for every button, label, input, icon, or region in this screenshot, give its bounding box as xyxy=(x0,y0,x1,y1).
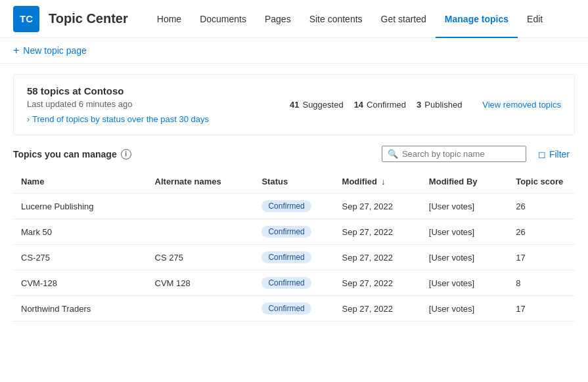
table-row[interactable]: Lucerne Publishing Confirmed Sep 27, 202… xyxy=(13,194,575,219)
table-row[interactable]: CVM-128 CVM 128 Confirmed Sep 27, 2022 [… xyxy=(13,270,575,296)
table-header: Name Alternate names Status Modified ↓ M… xyxy=(13,170,575,194)
count-label: Confirmed xyxy=(367,100,406,110)
search-icon: 🔍 xyxy=(388,149,398,159)
site-logo: TC xyxy=(13,6,39,32)
plus-icon: + xyxy=(13,45,19,56)
cell-score: 26 xyxy=(508,194,575,219)
header: TC Topic Center HomeDocumentsPagesSite c… xyxy=(0,0,588,38)
filter-button[interactable]: ◻ Filter xyxy=(533,146,575,162)
cell-modifiedby: [User votes] xyxy=(421,194,508,219)
main-nav: HomeDocumentsPagesSite contentsGet start… xyxy=(148,0,575,38)
cell-modified: Sep 27, 2022 xyxy=(334,219,421,245)
topics-controls: 🔍 ◻ Filter xyxy=(382,146,575,162)
table-header-row: Name Alternate names Status Modified ↓ M… xyxy=(13,170,575,194)
table-row[interactable]: CS-275 CS 275 Confirmed Sep 27, 2022 [Us… xyxy=(13,245,575,270)
cell-status: Confirmed xyxy=(254,194,334,219)
table-row[interactable]: Mark 50 Confirmed Sep 27, 2022 [User vot… xyxy=(13,219,575,245)
topics-table-body: Lucerne Publishing Confirmed Sep 27, 202… xyxy=(13,194,575,322)
col-header-score: Topic score xyxy=(508,170,575,194)
cell-alternate: CS 275 xyxy=(147,245,254,270)
new-topic-label: New topic page xyxy=(23,45,87,56)
table-row[interactable]: Northwind Traders Confirmed Sep 27, 2022… xyxy=(13,296,575,322)
status-badge: Confirmed xyxy=(261,226,311,238)
count-number: 41 xyxy=(290,100,299,110)
cell-modifiedby: [User votes] xyxy=(421,296,508,322)
status-badge: Confirmed xyxy=(261,303,311,314)
topics-title-text: Topics you can manage xyxy=(13,149,117,159)
cell-status: Confirmed xyxy=(254,219,334,245)
filter-icon: ◻ xyxy=(538,149,546,159)
search-input[interactable] xyxy=(402,149,520,159)
cell-name: Lucerne Publishing xyxy=(13,194,147,219)
cell-modified: Sep 27, 2022 xyxy=(334,270,421,296)
col-header-alternate: Alternate names xyxy=(147,170,254,194)
cell-alternate xyxy=(147,219,254,245)
count-label: Suggested xyxy=(302,100,343,110)
filter-label: Filter xyxy=(549,149,570,159)
toolbar: + New topic page xyxy=(0,38,588,64)
cell-alternate xyxy=(147,194,254,219)
site-title: Topic Center xyxy=(49,11,128,26)
nav-item-pages[interactable]: Pages xyxy=(256,0,300,38)
nav-item-home[interactable]: Home xyxy=(148,0,191,38)
topics-header: Topics you can manage i 🔍 ◻ Filter xyxy=(13,146,575,162)
stats-count-confirmed: 14Confirmed xyxy=(354,100,406,110)
cell-score: 17 xyxy=(508,296,575,322)
stats-counts: 41Suggested14Confirmed3Published xyxy=(290,100,482,110)
stats-updated: Last updated 6 minutes ago xyxy=(27,99,263,109)
status-badge: Confirmed xyxy=(261,200,311,212)
chevron-right-icon: › xyxy=(27,115,30,124)
cell-name: CS-275 xyxy=(13,245,147,270)
search-box[interactable]: 🔍 xyxy=(382,146,526,162)
trend-label: Trend of topics by status over the past … xyxy=(32,114,209,124)
cell-name: CVM-128 xyxy=(13,270,147,296)
stats-trend-link[interactable]: › Trend of topics by status over the pas… xyxy=(27,114,263,124)
cell-modified: Sep 27, 2022 xyxy=(334,296,421,322)
stats-right: 41Suggested14Confirmed3Published View re… xyxy=(290,100,561,110)
cell-modified: Sep 27, 2022 xyxy=(334,194,421,219)
sort-arrow-icon: ↓ xyxy=(381,177,386,186)
nav-item-manage-topics[interactable]: Manage topics xyxy=(436,0,518,38)
topics-section: Topics you can manage i 🔍 ◻ Filter Name … xyxy=(0,146,588,322)
topics-table: Name Alternate names Status Modified ↓ M… xyxy=(13,170,575,322)
cell-status: Confirmed xyxy=(254,296,334,322)
nav-item-site-contents[interactable]: Site contents xyxy=(300,0,372,38)
cell-modifiedby: [User votes] xyxy=(421,219,508,245)
stats-left: 58 topics at Contoso Last updated 6 minu… xyxy=(27,85,263,124)
cell-name: Mark 50 xyxy=(13,219,147,245)
nav-item-documents[interactable]: Documents xyxy=(191,0,256,38)
count-label: Published xyxy=(424,100,462,110)
stats-title: 58 topics at Contoso xyxy=(27,85,263,96)
cell-alternate: CVM 128 xyxy=(147,270,254,296)
count-number: 3 xyxy=(417,100,421,110)
cell-modifiedby: [User votes] xyxy=(421,245,508,270)
cell-status: Confirmed xyxy=(254,245,334,270)
new-topic-button[interactable]: + New topic page xyxy=(13,45,575,56)
stats-count-suggested: 41Suggested xyxy=(290,100,344,110)
info-icon[interactable]: i xyxy=(121,149,131,159)
count-number: 14 xyxy=(354,100,363,110)
cell-alternate xyxy=(147,296,254,322)
col-header-modifiedby: Modified By xyxy=(421,170,508,194)
stats-card: 58 topics at Contoso Last updated 6 minu… xyxy=(13,74,575,135)
cell-score: 8 xyxy=(508,270,575,296)
status-badge: Confirmed xyxy=(261,251,311,263)
nav-item-get-started[interactable]: Get started xyxy=(372,0,436,38)
cell-name: Northwind Traders xyxy=(13,296,147,322)
stats-count-published: 3Published xyxy=(417,100,462,110)
cell-score: 17 xyxy=(508,245,575,270)
cell-modifiedby: [User votes] xyxy=(421,270,508,296)
col-header-name: Name xyxy=(13,170,147,194)
col-header-status: Status xyxy=(254,170,334,194)
view-removed-link[interactable]: View removed topics xyxy=(482,100,561,110)
cell-modified: Sep 27, 2022 xyxy=(334,245,421,270)
status-badge: Confirmed xyxy=(261,277,311,289)
topics-section-title: Topics you can manage i xyxy=(13,149,131,159)
nav-item-edit[interactable]: Edit xyxy=(518,0,552,38)
col-header-modified[interactable]: Modified ↓ xyxy=(334,170,421,194)
cell-score: 26 xyxy=(508,219,575,245)
cell-status: Confirmed xyxy=(254,270,334,296)
